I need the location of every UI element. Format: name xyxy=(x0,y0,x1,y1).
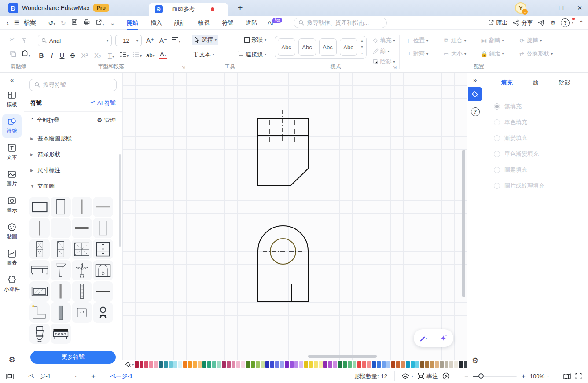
symbol-toilet[interactable] xyxy=(29,324,50,344)
category-基本繪圖形狀[interactable]: ▶基本繪圖形狀 xyxy=(24,131,122,147)
expand-panel-icon[interactable]: » xyxy=(473,76,477,84)
panel-help-icon[interactable]: ? xyxy=(471,107,480,116)
color-swatch[interactable] xyxy=(440,361,444,368)
fill-option-圖案填充[interactable]: 圖案填充 xyxy=(494,162,588,178)
text-style-button[interactable]: T̲▾ xyxy=(107,52,115,59)
collapse-panel-icon[interactable]: « xyxy=(10,76,14,84)
color-swatch[interactable] xyxy=(261,361,265,368)
symbol-dotted-bar[interactable] xyxy=(72,281,92,302)
color-swatch[interactable] xyxy=(459,361,463,368)
symbol-grill[interactable] xyxy=(51,324,71,344)
color-swatch[interactable] xyxy=(372,361,376,368)
focus-button[interactable]: 專注 xyxy=(418,372,438,380)
style-scroll-up[interactable]: ▲ xyxy=(360,39,364,43)
symbol-search-input[interactable]: 搜尋符號 xyxy=(29,79,117,91)
color-swatch[interactable] xyxy=(241,361,245,368)
symbol-vertical-thin-line[interactable] xyxy=(29,218,50,238)
zoom-slider[interactable] xyxy=(473,376,517,377)
ai-symbols-link[interactable]: AI 符號 xyxy=(89,99,116,107)
color-swatch[interactable] xyxy=(178,361,182,368)
shape-tool-button[interactable]: 形狀▾ xyxy=(242,35,268,45)
color-swatch[interactable] xyxy=(406,361,410,368)
color-swatch[interactable] xyxy=(299,361,303,368)
color-swatch[interactable] xyxy=(304,361,308,368)
zoom-level[interactable]: 100%▾ xyxy=(530,373,549,379)
color-swatch[interactable] xyxy=(275,361,279,368)
color-swatch[interactable] xyxy=(401,361,405,368)
symbol-vertical-thick-line[interactable] xyxy=(72,197,92,217)
highlight-button[interactable]: ab▾ xyxy=(146,52,154,59)
symbol-dresser[interactable] xyxy=(93,239,113,259)
fill-button[interactable]: 填充▾ xyxy=(371,35,397,46)
category-尺寸標注[interactable]: ▶尺寸標注 xyxy=(24,162,122,178)
color-swatch[interactable] xyxy=(198,361,202,368)
arrange-2-button[interactable]: ⧉組合▾ xyxy=(441,35,479,46)
horizontal-scrollbar[interactable] xyxy=(308,355,377,358)
symbol-horizontal-gray-line[interactable] xyxy=(93,197,113,217)
color-swatch[interactable] xyxy=(338,361,342,368)
menu-tab-開始[interactable]: 開始 xyxy=(121,17,143,29)
zoom-out-button[interactable]: − xyxy=(464,372,468,380)
color-swatch[interactable] xyxy=(251,361,255,368)
color-swatch[interactable] xyxy=(420,361,424,368)
fullscreen-button[interactable] xyxy=(575,373,582,379)
color-swatch[interactable] xyxy=(294,361,298,368)
format-tab-陰影[interactable]: 陰影 xyxy=(559,79,570,87)
symbol-framed-mirror[interactable] xyxy=(29,281,50,302)
color-swatch[interactable] xyxy=(319,361,323,368)
fill-option-漸變填充[interactable]: 漸變填充 xyxy=(494,130,588,146)
rail-settings-icon[interactable]: ⚙ xyxy=(8,355,15,365)
arrange-6-button[interactable]: ▭大小▾ xyxy=(441,48,479,59)
font-family-select[interactable]: Arial▾ xyxy=(38,35,112,46)
decrease-font-button[interactable]: A⁻ xyxy=(158,37,168,44)
color-swatch[interactable] xyxy=(290,361,294,368)
color-swatch[interactable] xyxy=(265,361,269,368)
color-swatch[interactable] xyxy=(256,361,260,368)
arrange-8-button[interactable]: ⇄替換形狀▾ xyxy=(517,48,555,59)
color-swatch[interactable] xyxy=(173,361,177,368)
symbol-person-marker[interactable] xyxy=(93,302,113,323)
text-tool-button[interactable]: T 文本▾ xyxy=(192,49,216,60)
style-preset-2[interactable]: Abc xyxy=(298,38,316,56)
align-button[interactable]: ▾ xyxy=(172,37,180,44)
color-swatch[interactable] xyxy=(144,361,148,368)
panel-scrollbar[interactable] xyxy=(119,154,121,247)
rail-item-貼圖[interactable]: 貼圖 xyxy=(2,220,22,243)
color-swatch[interactable] xyxy=(202,361,206,368)
global-search-input[interactable]: 搜尋動作、資產和指南... xyxy=(294,18,387,28)
increase-font-button[interactable]: A⁺ xyxy=(145,37,155,44)
zoom-in-button[interactable]: + xyxy=(521,372,525,380)
symbol-window-four-pane[interactable] xyxy=(72,239,92,259)
subscript-button[interactable]: X₂ xyxy=(93,52,102,59)
color-swatch[interactable] xyxy=(154,361,158,368)
color-swatch[interactable] xyxy=(280,361,284,368)
category-立面圖[interactable]: ▼立面圖 xyxy=(24,178,122,194)
line-spacing-button[interactable]: ▾ xyxy=(120,52,129,59)
new-tab-button[interactable]: + xyxy=(238,3,243,13)
ai-sparkle-icon[interactable] xyxy=(439,334,448,342)
color-swatch[interactable] xyxy=(285,361,289,368)
help-button[interactable]: ?▾ xyxy=(561,18,573,27)
collapse-ribbon-button[interactable]: ⌃ xyxy=(579,19,584,26)
format-tab-線[interactable]: 線 xyxy=(533,79,538,87)
symbol-potted-plant[interactable] xyxy=(72,260,92,280)
font-group-expander[interactable]: ⇲ xyxy=(181,65,185,70)
symbol-horizontal-double-line[interactable] xyxy=(72,218,92,238)
rail-item-圖表[interactable]: 圖表 xyxy=(2,247,22,270)
tab-ai[interactable]: AIhot xyxy=(262,17,288,28)
color-swatch[interactable] xyxy=(382,361,386,368)
arrange-4-button[interactable]: ⟳旋轉▾ xyxy=(517,35,555,46)
connector-tool-button[interactable]: 連接線▾ xyxy=(236,49,268,60)
send-button[interactable] xyxy=(538,19,545,26)
symbol-pedestal-sink[interactable] xyxy=(51,260,71,280)
color-swatch[interactable] xyxy=(396,361,400,368)
rail-item-小部件[interactable]: 小部件 xyxy=(2,273,22,296)
style-more[interactable]: ⹀ xyxy=(361,51,363,55)
color-swatch[interactable] xyxy=(246,361,250,368)
fill-option-單色填充[interactable]: 單色填充 xyxy=(494,114,588,130)
page-overview-button[interactable] xyxy=(6,373,14,379)
color-swatch[interactable] xyxy=(425,361,429,368)
font-size-select[interactable]: 12▾ xyxy=(115,35,142,46)
color-swatch[interactable] xyxy=(207,361,211,368)
color-swatch[interactable] xyxy=(232,361,235,368)
